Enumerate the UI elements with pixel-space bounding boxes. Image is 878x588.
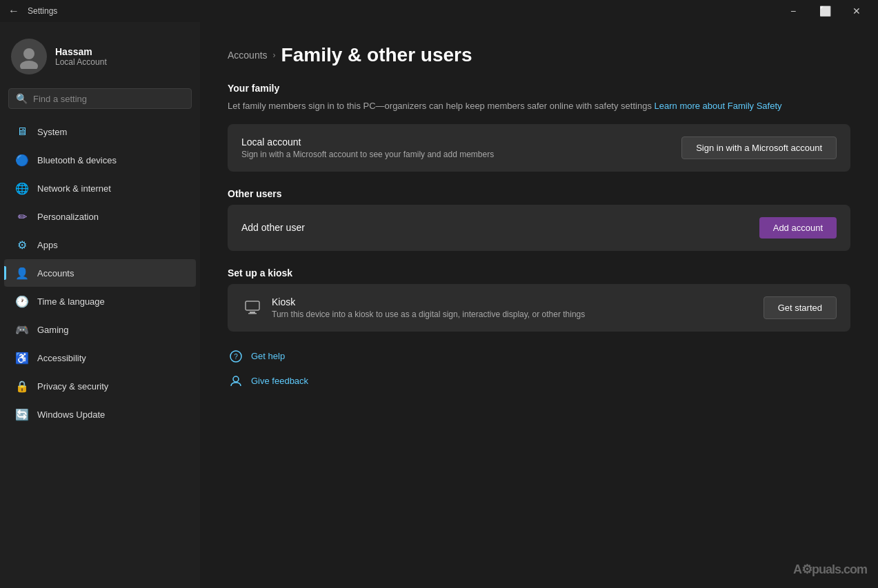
other-users-title: Other users	[228, 188, 850, 199]
svg-rect-2	[246, 301, 259, 310]
sidebar-item-personalization[interactable]: ✏Personalization	[4, 203, 196, 230]
give-feedback-link[interactable]: Give feedback	[228, 373, 850, 389]
user-name: Hassam	[55, 46, 107, 57]
give-feedback-icon	[228, 373, 244, 389]
search-box[interactable]: 🔍	[8, 88, 192, 109]
sidebar-item-label-accessibility: Accessibility	[37, 353, 86, 363]
user-account-type: Local Account	[55, 57, 107, 67]
svg-point-1	[20, 61, 38, 69]
accounts-icon: 👤	[15, 266, 29, 280]
sidebar-item-label-bluetooth: Bluetooth & devices	[37, 155, 117, 165]
sidebar-item-system[interactable]: 🖥System	[4, 118, 196, 145]
kiosk-title: Kiosk	[272, 296, 585, 307]
app-container: Hassam Local Account 🔍 🖥System🔵Bluetooth…	[0, 22, 878, 588]
sidebar-item-accessibility[interactable]: ♿Accessibility	[4, 344, 196, 372]
title-bar-left: ← Settings	[6, 3, 57, 19]
local-account-row: Local account Sign in with a Microsoft a…	[228, 124, 850, 172]
personalization-icon: ✏	[15, 210, 29, 223]
nav-list: 🖥System🔵Bluetooth & devices🌐Network & in…	[0, 117, 200, 429]
breadcrumb-link[interactable]: Accounts	[228, 50, 268, 61]
svg-rect-3	[250, 312, 255, 313]
kiosk-card: Kiosk Turn this device into a kiosk to u…	[228, 284, 850, 332]
sidebar-item-privacy[interactable]: 🔒Privacy & security	[4, 372, 196, 400]
accessibility-icon: ♿	[15, 351, 29, 365]
sidebar-item-label-time: Time & language	[37, 296, 105, 307]
learn-more-link[interactable]: Learn more about Family Safety	[655, 101, 782, 111]
sidebar-item-accounts[interactable]: 👤Accounts	[4, 259, 196, 287]
sidebar-item-update[interactable]: 🔄Windows Update	[4, 401, 196, 428]
kiosk-icon	[241, 296, 263, 318]
add-account-button[interactable]: Add account	[759, 217, 837, 239]
get-help-link[interactable]: ? Get help	[228, 348, 850, 365]
sidebar-item-label-privacy: Privacy & security	[37, 381, 108, 392]
search-icon: 🔍	[16, 93, 28, 104]
add-other-user-title: Add other user	[241, 222, 305, 233]
add-other-user-info: Add other user	[241, 222, 305, 233]
other-users-card: Add other user Add account	[228, 205, 850, 251]
get-help-label: Get help	[251, 351, 285, 361]
title-bar-title: Settings	[28, 6, 57, 16]
minimize-button[interactable]: −	[777, 0, 809, 22]
sidebar: Hassam Local Account 🔍 🖥System🔵Bluetooth…	[0, 22, 200, 588]
user-profile: Hassam Local Account	[0, 30, 200, 88]
give-feedback-label: Give feedback	[251, 376, 308, 386]
apps-icon: ⚙	[15, 238, 29, 252]
sign-in-microsoft-button[interactable]: Sign in with a Microsoft account	[681, 136, 837, 159]
network-icon: 🌐	[15, 181, 29, 195]
sidebar-item-label-personalization: Personalization	[37, 212, 99, 222]
gaming-icon: 🎮	[15, 323, 29, 336]
sidebar-item-label-update: Windows Update	[37, 409, 105, 420]
avatar	[11, 39, 47, 74]
kiosk-section-title: Set up a kiosk	[228, 267, 850, 278]
breadcrumb: Accounts › Family & other users	[228, 44, 850, 66]
kiosk-left: Kiosk Turn this device into a kiosk to u…	[241, 296, 585, 319]
kiosk-info: Kiosk Turn this device into a kiosk to u…	[272, 296, 585, 319]
sidebar-item-label-accounts: Accounts	[37, 268, 74, 278]
local-account-info: Local account Sign in with a Microsoft a…	[241, 136, 494, 159]
sidebar-item-bluetooth[interactable]: 🔵Bluetooth & devices	[4, 146, 196, 174]
search-input[interactable]	[33, 94, 184, 104]
system-icon: 🖥	[15, 125, 29, 139]
breadcrumb-chevron: ›	[273, 50, 276, 60]
time-icon: 🕐	[15, 294, 29, 308]
sidebar-item-time[interactable]: 🕐Time & language	[4, 287, 196, 315]
sidebar-item-apps[interactable]: ⚙Apps	[4, 231, 196, 258]
update-icon: 🔄	[15, 407, 29, 421]
title-bar-controls: − ⬜ ✕	[777, 0, 872, 22]
maximize-button[interactable]: ⬜	[809, 0, 841, 22]
local-account-desc: Sign in with a Microsoft account to see …	[241, 150, 494, 159]
bluetooth-icon: 🔵	[15, 153, 29, 167]
sidebar-item-label-system: System	[37, 127, 67, 137]
content-area: Accounts › Family & other users Your fam…	[200, 22, 878, 588]
help-links: ? Get help Give feedback	[228, 348, 850, 389]
svg-text:?: ?	[234, 353, 238, 361]
user-info: Hassam Local Account	[55, 46, 107, 67]
add-other-user-row: Add other user Add account	[228, 205, 850, 251]
local-account-card: Local account Sign in with a Microsoft a…	[228, 124, 850, 172]
page-title: Family & other users	[281, 44, 472, 66]
watermark: A⚙puals.com	[793, 562, 867, 577]
sidebar-item-label-gaming: Gaming	[37, 325, 69, 335]
privacy-icon: 🔒	[15, 379, 29, 393]
sidebar-item-label-apps: Apps	[37, 240, 58, 250]
svg-rect-4	[248, 313, 257, 314]
title-bar: ← Settings − ⬜ ✕	[0, 0, 878, 22]
svg-point-7	[233, 376, 239, 382]
kiosk-row: Kiosk Turn this device into a kiosk to u…	[228, 284, 850, 332]
close-button[interactable]: ✕	[841, 0, 872, 22]
svg-point-0	[23, 48, 34, 59]
get-started-button[interactable]: Get started	[764, 296, 837, 319]
your-family-title: Your family	[228, 83, 850, 94]
back-arrow[interactable]: ←	[6, 3, 22, 19]
sidebar-item-label-network: Network & internet	[37, 183, 111, 194]
local-account-title: Local account	[241, 136, 494, 148]
sidebar-item-gaming[interactable]: 🎮Gaming	[4, 316, 196, 343]
your-family-desc: Let family members sign in to this PC—or…	[228, 99, 850, 113]
get-help-icon: ?	[228, 348, 244, 365]
kiosk-desc: Turn this device into a kiosk to use as …	[272, 310, 585, 319]
sidebar-item-network[interactable]: 🌐Network & internet	[4, 174, 196, 202]
